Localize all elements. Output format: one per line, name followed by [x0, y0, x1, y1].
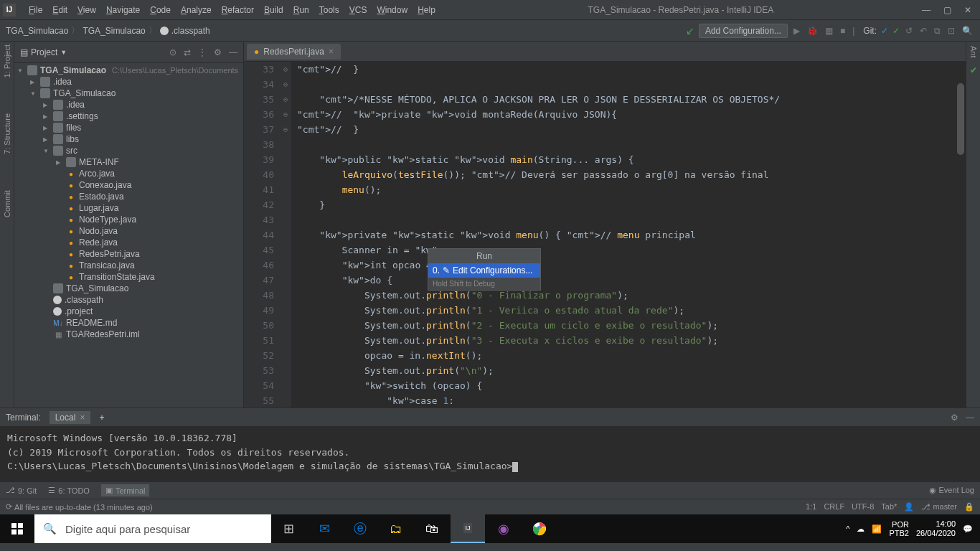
caret-position[interactable]: 1:1	[806, 502, 816, 512]
menu-run[interactable]: Run	[289, 4, 314, 17]
explorer-icon[interactable]: 🗂	[379, 514, 413, 543]
breadcrumb-item[interactable]: .classpath	[160, 26, 210, 36]
terminal-tab[interactable]: Local×	[50, 411, 91, 424]
line-separator[interactable]: CRLF	[824, 502, 844, 512]
tree-row[interactable]: ▶libs	[14, 133, 243, 145]
indent[interactable]: Tab*	[881, 502, 897, 512]
menu-window[interactable]: Window	[372, 4, 412, 17]
menu-file[interactable]: File	[24, 4, 47, 17]
breadcrumb-item[interactable]: TGA_Simulacao	[83, 26, 145, 36]
tree-row[interactable]: Lugar.java	[14, 202, 243, 214]
search-icon[interactable]: ⊡	[946, 26, 956, 36]
tool-structure[interactable]: 7: Structure	[3, 113, 11, 154]
tree-row[interactable]: RedesPetri.java	[14, 248, 243, 260]
menu-vcs[interactable]: VCS	[345, 4, 372, 17]
close-icon[interactable]: ✕	[964, 5, 971, 15]
inspections-icon[interactable]: 👤	[904, 502, 914, 512]
run-popup-edit-config[interactable]: 0. ✎ Edit Configurations...	[428, 263, 540, 278]
menu-view[interactable]: View	[73, 4, 100, 17]
intellij-icon[interactable]: IJ	[451, 514, 485, 543]
app-icon[interactable]: ◉	[486, 514, 521, 543]
vcs-diff-icon[interactable]: ⧉	[933, 26, 942, 36]
lang-indicator[interactable]: PORPTB2	[889, 520, 909, 537]
vcs-history-icon[interactable]: ↺	[904, 26, 914, 36]
find-icon[interactable]: 🔍	[961, 26, 974, 36]
expand-icon[interactable]: ⇄	[184, 47, 191, 57]
minimize-icon[interactable]: —	[922, 5, 930, 15]
hide-icon[interactable]: —	[966, 413, 974, 423]
tree-row[interactable]: M↓README.md	[14, 317, 243, 329]
build-icon[interactable]: ↙	[686, 25, 694, 37]
tree-row[interactable]: Rede.java	[14, 237, 243, 248]
menu-refactor[interactable]: Refactor	[217, 4, 258, 17]
tree-row[interactable]: .classpath	[14, 294, 243, 306]
vcs-commit-icon[interactable]: ✓	[892, 26, 900, 36]
menu-tools[interactable]: Tools	[315, 4, 344, 17]
menu-analyze[interactable]: Analyze	[176, 4, 216, 17]
tree-row[interactable]: ▶files	[14, 122, 243, 133]
tree-row[interactable]: ▼TGA_Simulacao	[14, 88, 243, 99]
add-tab-icon[interactable]: +	[99, 413, 104, 423]
tool-git[interactable]: ⎇ 9: Git	[6, 486, 37, 495]
network-icon[interactable]: 📶	[872, 524, 882, 534]
gear-icon[interactable]: ⚙	[214, 47, 222, 57]
debug-icon[interactable]: 🐞	[806, 26, 819, 36]
tab-close-icon[interactable]: ×	[80, 413, 85, 423]
task-view-icon[interactable]: ⊞	[271, 514, 306, 543]
collapse-icon[interactable]: ⋮	[198, 47, 207, 57]
edge-icon[interactable]: ⓔ	[343, 514, 377, 543]
project-view-select[interactable]: ▤ Project ▼	[20, 47, 67, 57]
tree-row[interactable]: Transicao.java	[14, 260, 243, 271]
tray-chevron-icon[interactable]: ^	[846, 524, 849, 533]
tree-row[interactable]: ▶.idea	[14, 76, 243, 88]
menu-help[interactable]: Help	[413, 4, 440, 17]
tree-row[interactable]: ▶.settings	[14, 110, 243, 122]
mail-icon[interactable]: ✉	[307, 514, 341, 543]
locate-icon[interactable]: ⊙	[169, 47, 176, 57]
vcs-update-icon[interactable]: ✓	[881, 26, 888, 36]
tool-todo[interactable]: ☰ 6: TODO	[48, 486, 90, 495]
tab-close-icon[interactable]: ×	[329, 47, 334, 57]
tree-row[interactable]: Nodo.java	[14, 225, 243, 237]
tool-terminal[interactable]: ▣ Terminal	[101, 484, 150, 496]
code-area[interactable]: 3334353637383940414243444546474849505152…	[244, 62, 980, 408]
onedrive-icon[interactable]: ☁	[857, 524, 864, 534]
tree-root[interactable]: ▼ TGA_Simulacao C:\Users\Lucas_Pletsch\D…	[14, 65, 243, 76]
tree-row[interactable]: .project	[14, 306, 243, 317]
menu-edit[interactable]: Edit	[48, 4, 72, 17]
stop-icon[interactable]: ■	[839, 26, 847, 36]
tool-ant[interactable]: Ant	[969, 46, 978, 58]
coverage-icon[interactable]: ▦	[824, 26, 834, 36]
encoding[interactable]: UTF-8	[852, 502, 874, 512]
run-icon[interactable]: ▶	[792, 26, 801, 36]
menu-code[interactable]: Code	[146, 4, 175, 17]
tree-row[interactable]: ▼src	[14, 145, 243, 156]
tree-row[interactable]: TransitionState.java	[14, 271, 243, 283]
editor-scrollbar[interactable]	[957, 83, 964, 155]
taskbar-search[interactable]: 🔍 Digite aqui para pesquisar	[34, 514, 271, 543]
tree-row[interactable]: Estado.java	[14, 191, 243, 202]
lock-icon[interactable]: 🔒	[964, 502, 974, 512]
vcs-revert-icon[interactable]: ↶	[918, 26, 928, 36]
event-log-button[interactable]: ◉ Event Log	[929, 486, 974, 495]
run-config-select[interactable]: Add Configuration...	[699, 24, 788, 38]
gear-icon[interactable]: ⚙	[951, 413, 958, 423]
tree-row[interactable]: TGA_Simulacao	[14, 283, 243, 294]
terminal-body[interactable]: Microsoft Windows [versão 10.0.18362.778…	[0, 427, 980, 481]
editor-tab[interactable]: ● RedesPetri.java ×	[247, 44, 341, 60]
chrome-icon[interactable]	[522, 514, 557, 543]
clock[interactable]: 14:0026/04/2020	[916, 519, 956, 538]
tree-row[interactable]: Conexao.java	[14, 179, 243, 191]
tree-row[interactable]: ▶META-INF	[14, 156, 243, 168]
store-icon[interactable]: 🛍	[415, 514, 449, 543]
tree-row[interactable]: ▦TGARedesPetri.iml	[14, 329, 243, 340]
tree-row[interactable]: NodeType.java	[14, 214, 243, 225]
breadcrumb-item[interactable]: TGA_Simulacao	[6, 26, 68, 36]
project-tree[interactable]: ▼ TGA_Simulacao C:\Users\Lucas_Pletsch\D…	[14, 63, 243, 408]
tree-row[interactable]: Arco.java	[14, 168, 243, 179]
menu-navigate[interactable]: Navigate	[102, 4, 144, 17]
hide-icon[interactable]: —	[229, 47, 237, 57]
notifications-icon[interactable]: 💬	[963, 524, 973, 534]
maximize-icon[interactable]: ▢	[943, 5, 951, 15]
code-content[interactable]: "cmt">// } "cmt">/*NESSE MÉTODO, APLICA …	[291, 62, 980, 408]
